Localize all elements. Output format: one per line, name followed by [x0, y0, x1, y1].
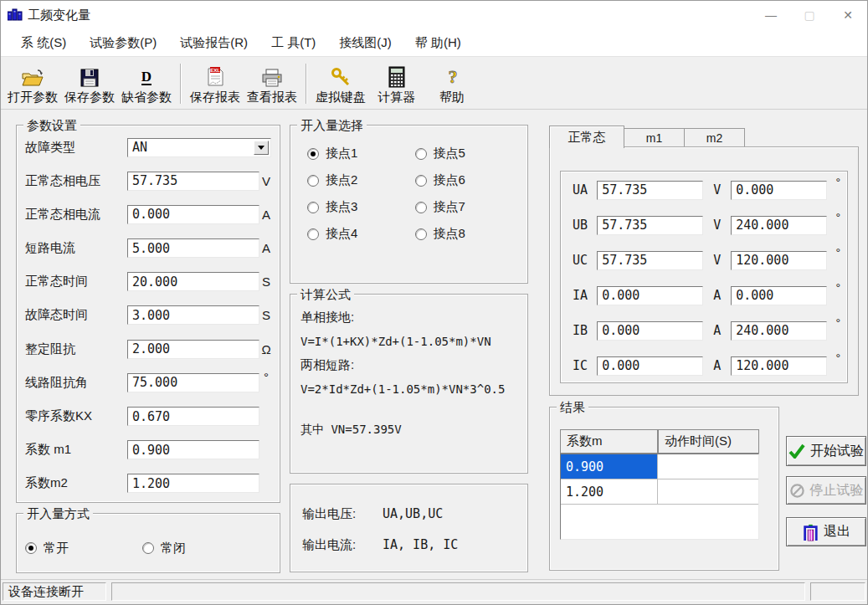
coefficient-m2-field[interactable]: 1.200: [127, 474, 259, 493]
save-report-button[interactable]: EXL 保存报表: [187, 60, 244, 107]
radio-contact-1[interactable]: 接点1: [307, 146, 407, 162]
phasor-section: 正常态 m1 m2 UA 57.735 V 0.000 °: [549, 110, 859, 396]
degree-symbol: °: [827, 281, 840, 295]
tab-m2[interactable]: m2: [685, 128, 745, 147]
radio-icon: [25, 542, 37, 554]
result-table: 系数m 动作时间(S) 0.900 1.200: [560, 429, 759, 540]
ib-angle-field[interactable]: 240.000: [731, 321, 827, 341]
result-row[interactable]: 1.200: [561, 479, 758, 505]
status-extra-cell: [810, 582, 865, 601]
result-header-m[interactable]: 系数m: [560, 429, 658, 454]
view-report-button[interactable]: 查看报表: [244, 60, 300, 107]
menu-item-wiring-diagram[interactable]: 接线图(J): [327, 31, 403, 55]
result-panel-title: 结果: [557, 400, 588, 416]
coefficient-m1-field[interactable]: 0.900: [127, 440, 259, 459]
calculator-button[interactable]: 计算器: [369, 60, 424, 107]
check-icon: [788, 443, 805, 459]
statusbar: 设备连接断开: [1, 579, 867, 604]
radio-icon: [415, 148, 427, 160]
formula-panel-title: 计算公式: [297, 287, 354, 303]
window-title: 工频变化量: [28, 8, 90, 23]
normal-phase-current-field[interactable]: 0.000: [127, 205, 259, 224]
radio-contact-2[interactable]: 接点2: [307, 172, 407, 188]
svg-text:?: ?: [449, 66, 458, 87]
svg-text:D: D: [141, 69, 152, 85]
radio-icon: [307, 202, 319, 213]
default-params-button[interactable]: D 缺省参数: [118, 60, 175, 107]
radio-icon: [307, 228, 319, 240]
menu-item-system[interactable]: 系 统(S): [9, 31, 78, 55]
ic-amplitude-field[interactable]: 0.000: [597, 356, 703, 376]
result-header-time[interactable]: 动作时间(S): [658, 429, 759, 454]
radio-contact-8[interactable]: 接点8: [415, 226, 515, 242]
ic-angle-field[interactable]: 120.000: [731, 356, 827, 376]
result-row[interactable]: 0.900: [561, 454, 758, 479]
save-params-button[interactable]: 保存参数: [61, 60, 118, 107]
tab-normal-state[interactable]: 正常态: [549, 126, 624, 148]
radio-icon: [415, 228, 427, 240]
formula-heading-single-phase: 单相接地:: [300, 310, 521, 326]
calculator-icon: [388, 63, 405, 88]
zero-seq-coefficient-kx-field[interactable]: 0.670: [127, 407, 259, 426]
ia-amplitude-field[interactable]: 0.000: [597, 286, 703, 305]
line-impedance-angle-field[interactable]: 75.000: [127, 373, 259, 392]
stop-test-button[interactable]: 停止试验: [786, 476, 866, 505]
exit-button[interactable]: 退出: [786, 517, 866, 546]
fault-type-select[interactable]: AN: [127, 138, 271, 157]
ub-amplitude-field[interactable]: 57.735: [597, 216, 703, 235]
open-params-button[interactable]: 打开参数: [4, 60, 61, 107]
fault-type-label: 故障类型: [25, 140, 127, 156]
ua-angle-field[interactable]: 0.000: [731, 181, 827, 200]
help-icon: ?: [443, 63, 461, 88]
menu-item-help[interactable]: 帮 助(H): [403, 31, 473, 55]
toolbar-separator: [180, 64, 182, 104]
normal-phase-voltage-field[interactable]: 57.735: [127, 172, 259, 191]
fault-state-time-field[interactable]: 3.000: [127, 305, 259, 325]
help-button[interactable]: ? 帮助: [424, 60, 480, 107]
setting-impedance-field[interactable]: 2.000: [127, 340, 259, 359]
degree-symbol: °: [827, 246, 840, 259]
ua-amplitude-field[interactable]: 57.735: [597, 181, 703, 200]
radio-contact-6[interactable]: 接点6: [415, 172, 515, 188]
radio-normally-closed[interactable]: 常闭: [142, 541, 186, 556]
menu-item-test-report[interactable]: 试验报告(R): [168, 31, 259, 55]
radio-normally-open[interactable]: 常开: [25, 541, 142, 556]
output-voltage-value: UA,UB,UC: [383, 506, 443, 522]
minimize-button[interactable]: —: [752, 1, 790, 29]
formula-panel: 计算公式 单相接地: V=I*(1+KX)*Zd+(1-1.05*m)*VN 两…: [290, 294, 528, 474]
normal-state-time-field[interactable]: 20.000: [127, 272, 259, 291]
svg-text:EXL: EXL: [210, 68, 220, 73]
contact-select-panel-title: 开入量选择: [297, 118, 367, 134]
params-panel-title: 参数设置: [23, 118, 80, 134]
radio-contact-4[interactable]: 接点4: [307, 226, 407, 242]
result-panel: 结果 系数m 动作时间(S) 0.900 1.200: [549, 407, 779, 571]
start-test-button[interactable]: 开始试验: [786, 436, 866, 466]
printer-icon: [261, 63, 283, 88]
radio-contact-7[interactable]: 接点7: [415, 199, 515, 215]
chevron-down-icon[interactable]: [254, 141, 269, 155]
radio-contact-5[interactable]: 接点5: [415, 146, 515, 162]
radio-icon: [307, 148, 319, 160]
close-button[interactable]: ✕: [829, 1, 867, 29]
uc-angle-field[interactable]: 120.000: [731, 251, 827, 270]
radio-contact-3[interactable]: 接点3: [307, 199, 407, 215]
menu-item-test-params[interactable]: 试验参数(P): [78, 31, 168, 55]
short-circuit-current-field[interactable]: 5.000: [127, 238, 259, 258]
formula-single-phase: V=I*(1+KX)*Zd+(1-1.05*m)*VN: [300, 335, 521, 348]
degree-symbol: °: [827, 316, 840, 330]
ia-angle-field[interactable]: 0.000: [731, 286, 827, 305]
default-params-icon: D: [137, 63, 156, 88]
uc-amplitude-field[interactable]: 57.735: [597, 251, 703, 270]
ub-angle-field[interactable]: 240.000: [731, 216, 827, 235]
menu-item-tools[interactable]: 工 具(T): [259, 31, 327, 55]
radio-icon: [415, 175, 427, 187]
ib-amplitude-field[interactable]: 0.000: [597, 321, 703, 341]
menubar: 系 统(S) 试验参数(P) 试验报告(R) 工 具(T) 接线图(J) 帮 助…: [1, 29, 867, 57]
open-folder-icon: [21, 63, 44, 88]
tab-m1[interactable]: m1: [624, 128, 685, 147]
toolbar: 打开参数 保存参数 D 缺省参数: [1, 58, 867, 110]
virtual-keyboard-button[interactable]: 虚拟键盘: [312, 60, 369, 107]
formula-two-phase: V=2*Id*Zd+(1-1.05*m)*VN*3^0.5: [300, 382, 521, 396]
maximize-button[interactable]: ▢: [790, 1, 829, 29]
output-current-label: 输出电流:: [302, 537, 383, 553]
